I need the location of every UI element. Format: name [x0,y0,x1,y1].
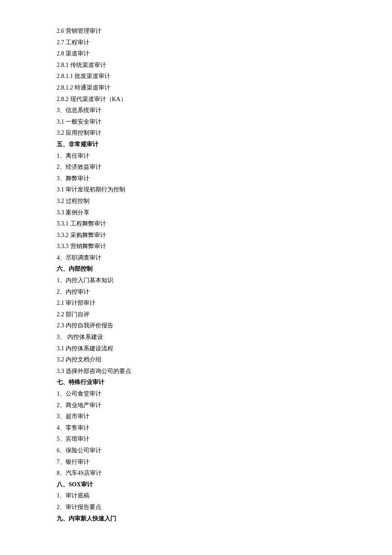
content-list: 2.6 营销管理审计2.7 工程审计2.8 渠道审计2.8.1 传统渠道审计2.… [57,26,335,524]
list-item: 2.7 工程审计 [57,37,335,49]
list-item: 3、超市审计 [57,411,335,422]
list-item: 3.1 审计发现初期行为控制 [57,184,335,196]
list-item: 七、特殊行业审计 [57,377,335,388]
list-item: 3.3.3 营销舞弊审计 [57,241,335,252]
list-item: 3.3.2 采购舞弊审计 [57,230,335,241]
list-item: 6、保险公司审计 [57,445,335,457]
list-item: 3.2 过程控制 [57,196,335,207]
list-item: 3.1 内控体系建设流程 [57,343,335,355]
list-item: 3.2 应用控制审计 [57,127,335,139]
list-item: 1、离任审计 [57,150,335,162]
list-item: 3.1 一般安全审计 [57,116,335,128]
list-item: 4、尽职调查审计 [57,252,335,264]
list-item: 8、汽车4S店审计 [57,468,335,479]
list-item: 3.2 内控文档介绍 [57,354,335,366]
list-item: 2.6 营销管理审计 [57,26,335,37]
list-item: 2.8.1.2 特通渠道审计 [57,82,335,94]
list-item: 2.2 部门自评 [57,309,335,321]
list-item: 3、信息系统审计 [57,105,335,116]
list-item: 2.3 内控自我评价报告 [57,320,335,332]
list-item: 2.8.2 现代渠道审计（KA） [57,94,335,105]
list-item: 2.8.1 传统渠道审计 [57,60,335,71]
list-item: 1、内控入门基本知识 [57,275,335,286]
list-item: 八、SOX审计 [57,479,335,491]
list-item: 3.3.1 工程舞弊审计 [57,218,335,230]
list-item: 2.8.1.1 批发渠道审计 [57,71,335,82]
list-item: 六、内部控制 [57,263,335,275]
list-item: 4、零售审计 [57,422,335,434]
list-item: 五、非常规审计 [57,139,335,150]
list-item: 5、宾馆审计 [57,434,335,445]
list-item: 1、公司食堂审计 [57,388,335,400]
list-item: 3、 内控体系建设 [57,332,335,343]
list-item: 2、内控审计 [57,286,335,298]
list-item: 2.1 审计部审计 [57,298,335,309]
list-item: 2.8 渠道审计 [57,48,335,60]
list-item: 3.3 案例分享 [57,207,335,219]
list-item: 九、内审新人快速入门 [57,513,335,525]
list-item: 2、经济效益审计 [57,162,335,173]
list-item: 3.3 选择外部咨询公司的要点 [57,366,335,377]
list-item: 7、银行审计 [57,457,335,468]
list-item: 2、审计报告要点 [57,502,335,513]
list-item: 2、商业地产审计 [57,400,335,411]
list-item: 3、舞弊审计 [57,173,335,185]
list-item: 1、审计底稿 [57,490,335,502]
